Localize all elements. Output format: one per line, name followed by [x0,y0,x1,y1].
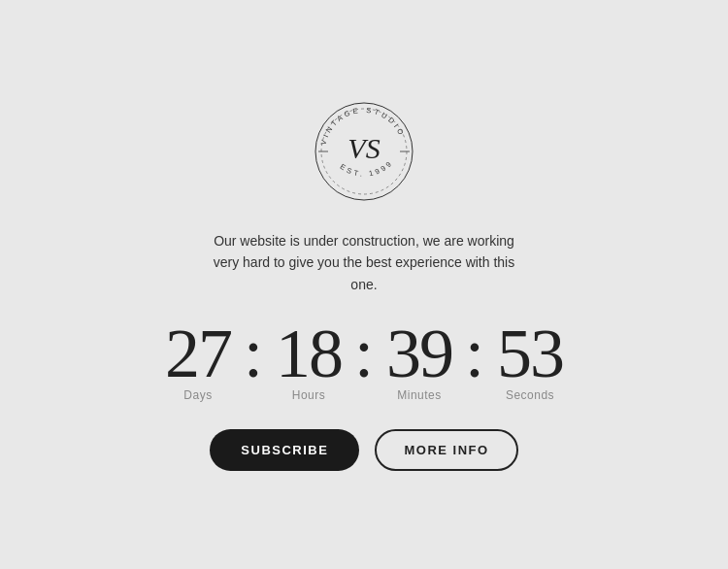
labels-row: Days Hours Minutes Seconds [154,388,574,402]
svg-text:VS: VS [347,132,380,164]
description-text: Our website is under construction, we ar… [209,230,519,295]
countdown-row: 27 : 18 : 39 : 53 [154,318,574,388]
hours-label: Hours [265,388,352,402]
seconds-value: 53 [497,315,563,392]
days-value: 27 [165,315,231,392]
minutes-block: 39 [376,318,463,388]
subscribe-button[interactable]: SUBSCRIBE [210,429,359,471]
buttons-row: SUBSCRIBE MORE INFO [210,429,517,471]
hours-block: 18 [265,318,352,388]
minutes-value: 39 [386,315,452,392]
seconds-label: Seconds [486,388,574,402]
days-block: 27 [154,318,242,388]
logo-svg: VINTAGE STUDIO EST. 1999 VS [311,98,417,205]
days-label: Days [154,388,242,402]
separator-3: : [465,318,484,388]
separator-2: : [354,318,374,388]
hours-value: 18 [276,315,342,392]
separator-1: : [244,318,263,388]
more-info-button[interactable]: MORE INFO [375,429,517,471]
seconds-block: 53 [486,318,574,388]
page-container: VINTAGE STUDIO EST. 1999 VS Our website … [154,98,574,471]
minutes-label: Minutes [376,388,463,402]
logo-wrapper: VINTAGE STUDIO EST. 1999 VS [311,98,417,209]
